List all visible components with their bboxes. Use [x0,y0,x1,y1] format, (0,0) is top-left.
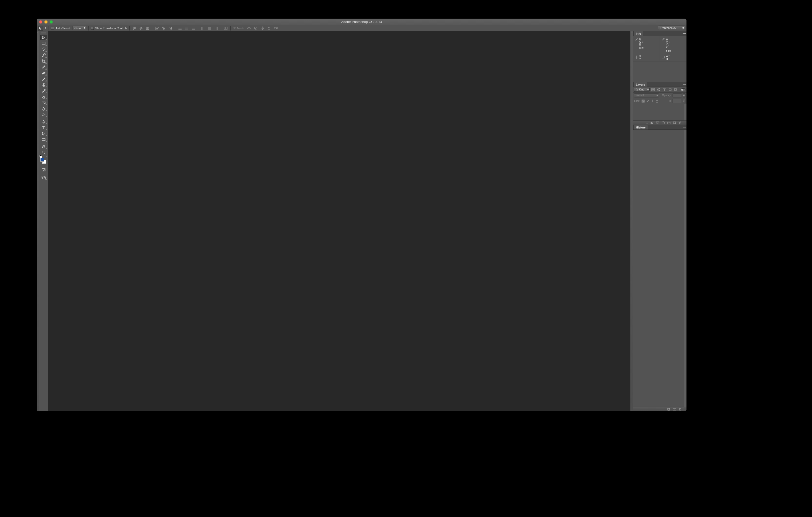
lasso-tool[interactable] [40,47,47,52]
info-panel-menu[interactable] [683,32,686,35]
align-bottom-button[interactable] [145,26,150,30]
filter-pixel-icon[interactable] [650,88,655,92]
adjustment-layer-icon[interactable] [661,121,665,125]
rectangular-marquee-tool[interactable] [40,40,47,46]
svg-rect-11 [156,28,157,29]
info-tab[interactable]: Info [634,31,643,36]
link-layers-icon[interactable] [644,121,648,125]
align-left-button[interactable] [154,26,160,30]
spot-healing-brush-tool[interactable] [40,70,47,76]
lock-pixels-icon[interactable] [646,99,649,103]
eyedropper-tool[interactable] [40,64,47,70]
rectangle-tool[interactable] [40,137,47,142]
delete-state-icon[interactable] [678,407,682,411]
fill-dropdown[interactable] [683,99,686,103]
svg-rect-37 [226,27,227,29]
eraser-tool[interactable] [40,94,47,100]
layer-list[interactable] [633,104,687,120]
blend-mode-select[interactable]: Normal [634,93,659,98]
foreground-color-swatch[interactable] [40,158,44,162]
3d-orbit-button[interactable] [246,26,252,30]
toolbox-grip[interactable] [40,32,47,34]
history-panel-menu[interactable] [683,126,686,129]
svg-point-41 [255,28,256,28]
distribute-left-button[interactable] [200,26,205,30]
screen-mode-button[interactable] [40,174,47,180]
quick-mask-button[interactable] [40,167,47,173]
info-g-label: G : [639,40,644,43]
3d-pan-button[interactable] [260,26,265,30]
brush-tool[interactable] [40,76,47,82]
layers-panel-menu[interactable] [683,83,686,86]
align-vcenter-button[interactable] [139,26,144,30]
hand-tool[interactable] [40,144,47,149]
3d-camera-button[interactable] [273,26,279,30]
layer-filter-kind-select[interactable]: Kind [634,88,649,92]
dodge-tool[interactable] [40,112,47,118]
type-tool[interactable] [40,125,47,131]
history-panel-tabs: History [633,125,687,130]
quick-selection-tool[interactable] [40,52,47,58]
distribute-right-button[interactable] [213,26,219,30]
auto-select-target-select[interactable]: Group [72,26,86,30]
layer-filter-toggle[interactable] [681,88,686,91]
create-document-from-state-icon[interactable] [667,407,670,411]
clone-stamp-tool[interactable] [40,82,47,88]
distribute-vcenter-button[interactable] [184,26,189,30]
separator [175,26,175,30]
blur-tool[interactable] [40,106,47,112]
snapshot-icon[interactable] [672,407,676,411]
layers-panel: Kind Normal Opacity: [633,87,687,125]
canvas-area[interactable] [48,31,630,411]
default-colors-button[interactable] [39,155,41,157]
3d-roll-button[interactable] [253,26,258,30]
filter-smart-icon[interactable] [673,88,678,92]
move-tool[interactable] [40,35,47,40]
zoom-tool[interactable] [40,150,47,155]
history-brush-tool[interactable] [40,88,47,94]
tool-preset-dropdown[interactable] [45,26,47,30]
align-top-button[interactable] [132,26,137,30]
3d-slide-button[interactable] [266,26,272,30]
workspace-select[interactable]: FrontendDev [658,26,685,30]
pen-tool[interactable] [40,119,47,125]
color-swatches: ⤢ [40,157,48,165]
path-selection-tool[interactable] [40,131,47,136]
tool-preset-button[interactable] [38,26,43,30]
info-panel: R : G : B : 8-bit C : M : Y : [633,36,687,82]
lock-transparency-icon[interactable] [641,99,645,103]
history-tab[interactable]: History [634,125,648,130]
info-h-label: H : [666,58,670,60]
filter-type-icon[interactable] [662,88,667,92]
swap-colors-button[interactable]: ⤢ [46,155,48,158]
layer-style-icon[interactable]: fx [650,121,654,125]
gradient-tool[interactable] [40,100,47,106]
auto-select-checkbox[interactable] [51,27,54,30]
align-hcenter-button[interactable] [161,26,166,30]
distribute-bottom-button[interactable] [191,26,196,30]
distribute-hcenter-button[interactable] [207,26,212,30]
lock-position-icon[interactable] [650,99,654,103]
filter-adjustment-icon[interactable] [656,88,661,92]
layers-tab[interactable]: Layers [634,82,647,87]
layer-mask-icon[interactable] [656,121,659,125]
svg-rect-16 [169,27,172,28]
new-layer-icon[interactable] [672,121,676,125]
align-right-button[interactable] [168,26,173,30]
history-panel[interactable] [633,130,687,407]
filter-shape-icon[interactable] [668,88,672,92]
eyedropper-icon [635,38,638,42]
lock-all-icon[interactable] [655,99,659,103]
crop-tool[interactable] [40,58,47,64]
distribute-top-button[interactable] [177,26,182,30]
delete-layer-icon[interactable] [678,121,682,125]
left-panel-strip[interactable]: » [37,31,39,411]
opacity-dropdown[interactable] [683,93,686,98]
info-cmyk-bit: 8-bit [666,49,671,52]
right-panel-strip[interactable]: « [630,31,633,411]
auto-align-button[interactable] [223,26,228,30]
layer-group-icon[interactable] [667,121,670,125]
show-transform-checkbox[interactable] [91,27,94,30]
opacity-field[interactable] [672,93,682,98]
fill-field[interactable] [672,99,682,103]
